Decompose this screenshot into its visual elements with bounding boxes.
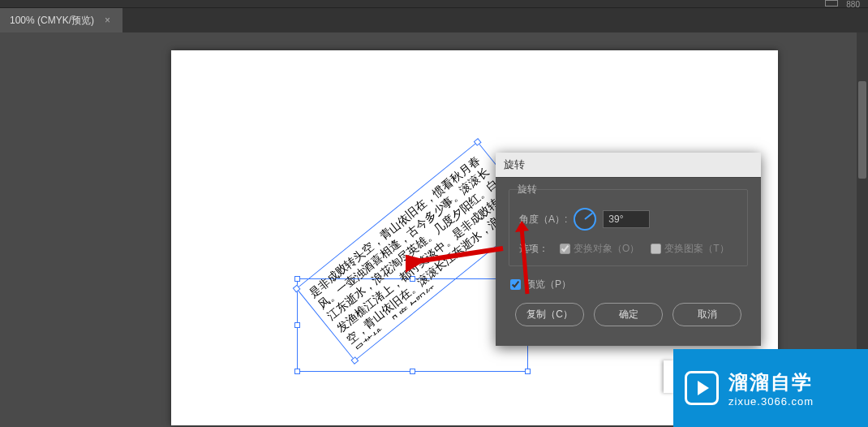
ok-button[interactable]: 确定 — [594, 303, 663, 326]
scrollbar-thumb[interactable] — [858, 81, 866, 179]
cancel-button[interactable]: 取消 — [672, 303, 741, 326]
handle-bottom[interactable] — [410, 369, 415, 374]
angle-input[interactable] — [603, 210, 650, 228]
play-icon — [685, 371, 719, 405]
watermark-url: zixue.3066.com — [728, 395, 814, 408]
transform-objects-input[interactable] — [560, 244, 570, 254]
angle-dial[interactable] — [574, 208, 596, 231]
preview-label: 预览（P） — [526, 278, 571, 291]
text-content: 是非成败转头空，青山依旧在，惯看秋月春风。一壶浊酒喜相逢，古今多少事。滚滚长江东… — [307, 152, 526, 351]
options-label: 选项： — [519, 242, 548, 256]
frame-handle-tl[interactable] — [293, 285, 301, 293]
handle-bottom-right[interactable] — [525, 369, 531, 374]
rotate-dialog: 旋转 旋转 角度（A）: 选项： 变换对象（O） 变换图案（T） — [496, 153, 761, 346]
watermark-title: 溜溜自学 — [728, 369, 814, 395]
watermark-badge: 溜溜自学 zixue.3066.com — [673, 349, 868, 427]
handle-top-left[interactable] — [294, 276, 300, 282]
transform-patterns-input[interactable] — [651, 244, 661, 254]
frame-handle-bl[interactable] — [350, 356, 359, 364]
rotate-group: 旋转 角度（A）: 选项： 变换对象（O） 变换图案（T） — [509, 189, 748, 266]
close-icon[interactable]: × — [102, 15, 113, 26]
handle-bottom-left[interactable] — [294, 369, 300, 374]
document-tab-bar: 100% (CMYK/预览) × — [0, 8, 868, 32]
rotate-group-title: 旋转 — [514, 183, 540, 196]
transform-patterns-label: 变换图案（T） — [664, 242, 728, 256]
document-tab[interactable]: 100% (CMYK/预览) × — [0, 8, 123, 32]
angle-label: 角度（A）: — [519, 213, 567, 226]
options-bar: 880 — [0, 0, 868, 8]
transform-objects-label: 变换对象（O） — [574, 242, 639, 256]
handle-left[interactable] — [294, 322, 300, 328]
transform-objects-checkbox[interactable]: 变换对象（O） — [560, 242, 639, 256]
top-right-number: 880 — [846, 0, 860, 9]
copy-button[interactable]: 复制（C） — [515, 303, 584, 326]
transform-patterns-checkbox[interactable]: 变换图案（T） — [651, 242, 728, 256]
frame-handle-tr[interactable] — [474, 138, 482, 146]
document-tab-title: 100% (CMYK/预览) — [10, 14, 94, 28]
top-icon-box — [825, 0, 838, 6]
dialog-title[interactable]: 旋转 — [496, 153, 761, 178]
preview-checkbox[interactable] — [510, 279, 521, 290]
